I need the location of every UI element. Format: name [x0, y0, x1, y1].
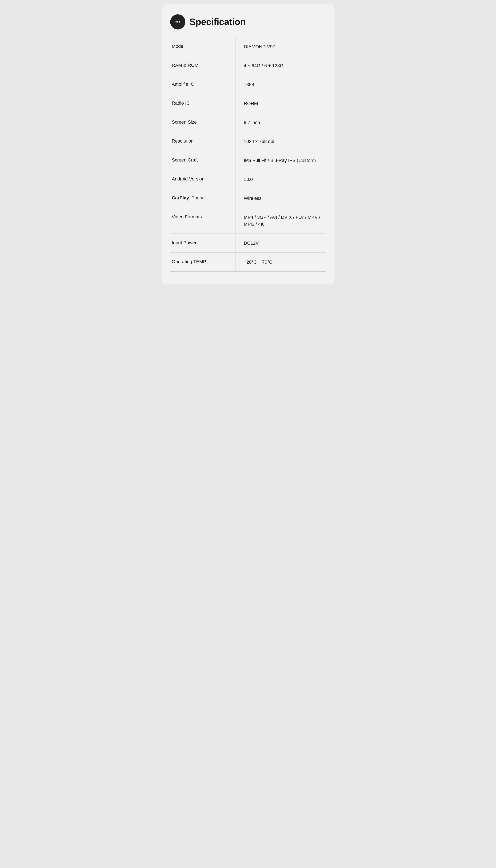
spec-label-video-formats: Video Formats	[170, 208, 235, 234]
page-title: Specification	[189, 17, 246, 27]
spec-value-amplifie-ic: 7388	[235, 75, 326, 94]
spec-value-ram-rom: 4 + 64G / 6 + 128G	[235, 56, 326, 75]
svg-point-1	[177, 21, 179, 22]
spec-label-carplay: CarPlay iPhone	[170, 189, 235, 208]
spec-value-model: DIAMOND V97	[235, 37, 326, 56]
spec-label-android-version: Android Version	[170, 170, 235, 189]
spec-card: Specification ModelDIAMOND V97RAM & ROM4…	[162, 4, 335, 284]
spec-value-radio-ic: ROHM	[235, 94, 326, 113]
spec-value-screen-craft: IPS Full Fit / Blu-Ray IPS (Custom)	[235, 151, 326, 170]
spec-value-suffix-screen-craft: (Custom)	[297, 158, 316, 163]
spec-label-amplifie-ic: Amplifie IC	[170, 75, 235, 94]
table-row: RAM & ROM4 + 64G / 6 + 128G	[170, 56, 326, 75]
spec-label-ram-rom: RAM & ROM	[170, 56, 235, 75]
table-row: Screen CraftIPS Full Fit / Blu-Ray IPS (…	[170, 151, 326, 170]
spec-label-screen-size: Screen Size	[170, 113, 235, 132]
table-row: Operating TEMP−20°C ~ 70°C	[170, 253, 326, 272]
spec-value-screen-size: 9.7 inch	[235, 113, 326, 132]
spec-label-bold-carplay: CarPlay	[172, 195, 189, 201]
spec-value-carplay: Wireless	[235, 189, 326, 208]
card-header: Specification	[170, 14, 326, 30]
spec-value-resolution: 1024 x 768 dpi	[235, 132, 326, 151]
spec-label-operating-temp: Operating TEMP	[170, 253, 235, 271]
table-row: Screen Size9.7 inch	[170, 113, 326, 132]
table-row: Video FormatsMP4 / 3GP / AVI / DVIX / FL…	[170, 208, 326, 234]
spec-value-video-formats: MP4 / 3GP / AVI / DVIX / FLV / MKV / MPG…	[235, 208, 326, 234]
spec-label-resolution: Resolution	[170, 132, 235, 151]
spec-table: ModelDIAMOND V97RAM & ROM4 + 64G / 6 + 1…	[170, 37, 326, 272]
svg-point-0	[175, 21, 177, 22]
spec-value-operating-temp: −20°C ~ 70°C	[235, 253, 326, 271]
table-row: CarPlay iPhoneWireless	[170, 189, 326, 208]
spec-value-input-power: DC12V	[235, 234, 326, 252]
spec-label-screen-craft: Screen Craft	[170, 151, 235, 170]
chat-bubble-icon	[170, 14, 185, 30]
spec-label-model: Model	[170, 37, 235, 56]
table-row: ModelDIAMOND V97	[170, 37, 326, 56]
table-row: Android Version13.0	[170, 170, 326, 189]
spec-label-input-power: Input Power	[170, 234, 235, 252]
table-row: Radio ICROHM	[170, 94, 326, 113]
spec-value-main-screen-craft: IPS Full Fit / Blu-Ray IPS	[244, 158, 297, 163]
table-row: Resolution1024 x 768 dpi	[170, 132, 326, 151]
spec-label-light-carplay: iPhone	[189, 195, 205, 201]
spec-label-radio-ic: Radio IC	[170, 94, 235, 113]
spec-value-android-version: 13.0	[235, 170, 326, 189]
svg-point-2	[179, 21, 180, 22]
table-row: Input PowerDC12V	[170, 234, 326, 253]
table-row: Amplifie IC7388	[170, 75, 326, 94]
